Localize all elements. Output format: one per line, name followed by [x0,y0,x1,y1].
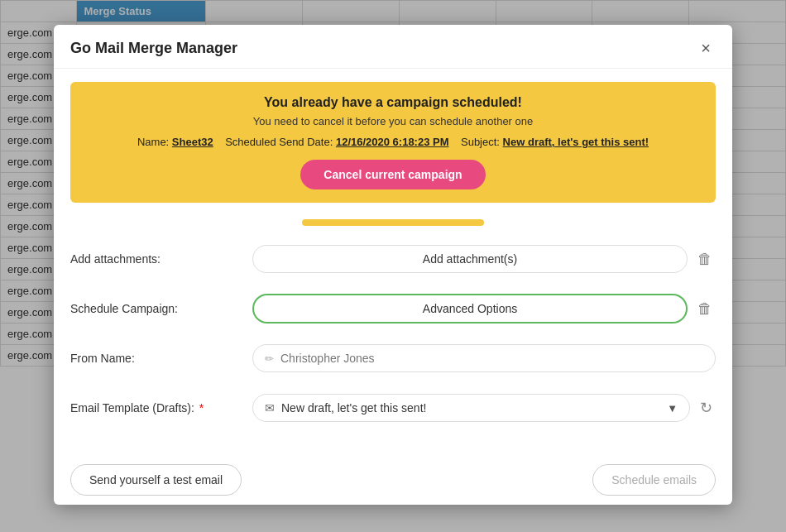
delete-schedule-icon[interactable]: 🗑 [694,297,716,321]
from-name-label: From Name: [70,352,252,365]
schedule-emails-button[interactable]: Schedule emails [592,464,716,496]
from-name-field[interactable] [280,352,703,365]
add-attachments-control: Add attachment(s) 🗑 [252,245,716,273]
add-attachments-row: Add attachments: Add attachment(s) 🗑 [70,241,716,277]
modal-footer: Send yourself a test email Schedule emai… [54,456,732,505]
test-email-button[interactable]: Send yourself a test email [70,464,242,496]
refresh-icon[interactable]: ↻ [697,395,716,420]
cancel-campaign-button[interactable]: Cancel current campaign [300,160,485,189]
schedule-campaign-row: Schedule Campaign: Advanced Options 🗑 [70,290,716,327]
email-template-control: ✉ New draft, let's get this sent! ▼ ↻ [252,394,716,422]
warning-subtitle: You need to cancel it before you can sch… [87,115,699,127]
email-template-row: Email Template (Drafts): * ✉ New draft, … [70,390,716,426]
subject-label: Subject: [461,136,500,148]
pen-icon: ✏ [265,352,274,365]
warning-banner: You already have a campaign scheduled! Y… [70,82,716,203]
highlight-bar [302,219,484,226]
date-value: 12/16/2020 6:18:23 PM [336,136,449,148]
add-attachment-button[interactable]: Add attachment(s) [252,245,688,273]
from-name-input-wrapper: ✏ [252,344,716,372]
modal-header: Go Mail Merge Manager × [54,25,732,69]
required-indicator: * [196,401,204,415]
mail-icon: ✉ [265,401,275,415]
from-name-row: From Name: ✏ [70,340,716,376]
delete-attachment-icon[interactable]: 🗑 [694,247,716,271]
name-value: Sheet32 [172,136,213,148]
modal-dialog: Go Mail Merge Manager × You already have… [54,25,732,505]
warning-info: Name: Sheet32 Scheduled Send Date: 12/16… [87,136,699,148]
modal-body: You already have a campaign scheduled! Y… [54,69,732,456]
chevron-down-icon: ▼ [667,402,678,415]
from-name-control: ✏ [252,344,716,372]
modal-overlay: Go Mail Merge Manager × You already have… [0,0,786,532]
add-attachments-label: Add attachments: [70,252,252,266]
template-name-label: New draft, let's get this sent! [281,401,660,415]
subject-value: New draft, let's get this sent! [503,136,649,148]
close-button[interactable]: × [696,38,716,58]
schedule-campaign-label: Schedule Campaign: [70,302,252,315]
date-label: Scheduled Send Date: [225,136,333,148]
schedule-campaign-control: Advanced Options 🗑 [252,294,716,324]
email-template-select[interactable]: ✉ New draft, let's get this sent! ▼ [252,394,690,422]
modal-title: Go Mail Merge Manager [70,40,237,57]
name-label: Name: [137,136,169,148]
advanced-options-button[interactable]: Advanced Options [252,294,688,324]
warning-title: You already have a campaign scheduled! [87,95,699,110]
email-template-label: Email Template (Drafts): * [70,401,252,415]
